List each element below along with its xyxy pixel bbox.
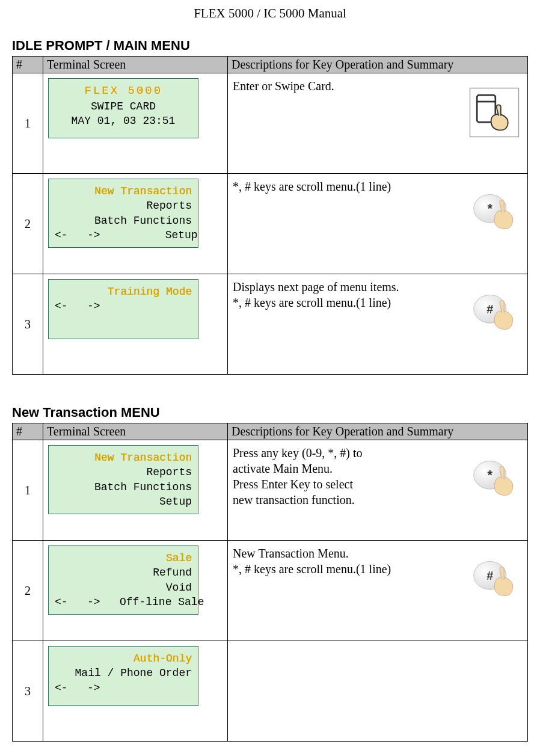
- screen-line: <- -> Off-line Sale: [55, 595, 192, 609]
- table-row: 1 New Transaction Reports Batch Function…: [13, 440, 528, 541]
- description-text: New Transaction Menu. *, # keys are scro…: [233, 545, 459, 577]
- screen-highlight: New Transaction: [55, 184, 192, 198]
- table-row: 2 New Transaction Reports Batch Function…: [13, 174, 528, 274]
- header-desc: Descriptions for Key Operation and Summa…: [228, 57, 528, 73]
- terminal-screen-cell: Auth-Only Mail / Phone Order <- ->: [43, 641, 228, 742]
- screen-line: Batch Functions: [55, 214, 192, 228]
- svg-text:*: *: [488, 467, 493, 482]
- terminal-screen: Auth-Only Mail / Phone Order <- ->: [48, 646, 198, 706]
- terminal-screen-cell: New Transaction Reports Batch Functions …: [43, 440, 228, 541]
- terminal-screen-cell: Sale Refund Void <- -> Off-line Sale: [43, 541, 228, 641]
- table-row: 2 Sale Refund Void <- -> Off-line Sale N…: [13, 541, 528, 641]
- screen-highlight: Auth-Only: [55, 651, 192, 666]
- description-cell: Enter or Swipe Card.: [228, 73, 528, 174]
- section-title-new-transaction: New Transaction MENU: [12, 405, 528, 420]
- hash-key-icon: #: [466, 285, 523, 342]
- swipe-card-icon: [466, 84, 523, 141]
- screen-highlight: New Transaction: [55, 450, 192, 465]
- terminal-screen: FLEX 5000 SWIPE CARD MAY 01, 03 23:51: [48, 78, 198, 138]
- document-title: FLEX 5000 / IC 5000 Manual: [12, 6, 528, 21]
- screen-line: Reports: [55, 198, 192, 213]
- screen-line: Void: [55, 580, 192, 595]
- description-cell: Displays next page of menu items. *, # k…: [228, 274, 528, 375]
- screen-line: Refund: [55, 565, 192, 580]
- row-number: 2: [13, 541, 43, 641]
- terminal-screen-cell: FLEX 5000 SWIPE CARD MAY 01, 03 23:51: [43, 73, 228, 174]
- star-key-icon: *: [466, 451, 523, 508]
- screen-highlight: Sale: [55, 551, 192, 565]
- star-key-icon: *: [466, 185, 523, 241]
- svg-text:*: *: [488, 201, 493, 216]
- header-screen: Terminal Screen: [43, 423, 228, 440]
- svg-text:#: #: [486, 303, 493, 316]
- screen-line: <- ->: [55, 681, 192, 695]
- description-cell: Press any key (0-9, *, #) to activate Ma…: [228, 440, 528, 541]
- screen-title: FLEX 5000: [55, 84, 192, 99]
- table-header-row: # Terminal Screen Descriptions for Key O…: [13, 57, 528, 73]
- header-num: #: [13, 57, 43, 73]
- description-cell: *, # keys are scroll menu.(1 line) *: [228, 174, 528, 274]
- table-row: 3 Training Mode <- -> Displays next page…: [13, 274, 528, 375]
- row-number: 3: [13, 274, 43, 375]
- description-text: Displays next page of menu items. *, # k…: [233, 279, 459, 310]
- header-num: #: [13, 423, 43, 440]
- terminal-screen-cell: New Transaction Reports Batch Functions …: [43, 174, 228, 274]
- screen-line: Setup: [55, 494, 192, 509]
- screen-highlight: Training Mode: [55, 284, 192, 299]
- row-number: 1: [13, 73, 43, 174]
- table-row: 1 FLEX 5000 SWIPE CARD MAY 01, 03 23:51 …: [13, 73, 528, 174]
- description-cell: New Transaction Menu. *, # keys are scro…: [228, 541, 528, 641]
- section-title-idle: IDLE PROMPT / MAIN MENU: [12, 38, 528, 54]
- hash-key-icon: #: [466, 552, 523, 608]
- screen-line: Mail / Phone Order: [55, 666, 192, 680]
- svg-text:#: #: [486, 569, 493, 582]
- description-text: Press any key (0-9, *, #) to activate Ma…: [233, 445, 459, 508]
- header-screen: Terminal Screen: [43, 57, 228, 73]
- description-text: Enter or Swipe Card.: [233, 78, 459, 94]
- table-header-row: # Terminal Screen Descriptions for Key O…: [13, 423, 528, 440]
- idle-prompt-table: # Terminal Screen Descriptions for Key O…: [12, 56, 528, 375]
- description-text: *, # keys are scroll menu.(1 line): [233, 179, 459, 194]
- row-number: 2: [13, 174, 43, 274]
- screen-line: <- -> Setup: [55, 228, 192, 242]
- new-transaction-table: # Terminal Screen Descriptions for Key O…: [12, 423, 528, 742]
- screen-line: SWIPE CARD: [55, 99, 192, 114]
- screen-line: <- ->: [55, 299, 192, 313]
- screen-line: MAY 01, 03 23:51: [55, 114, 192, 128]
- terminal-screen-cell: Training Mode <- ->: [43, 274, 228, 375]
- terminal-screen: New Transaction Reports Batch Functions …: [48, 445, 198, 514]
- description-cell: [228, 641, 528, 742]
- table-row: 3 Auth-Only Mail / Phone Order <- ->: [13, 641, 528, 742]
- screen-line: Batch Functions: [55, 480, 192, 494]
- terminal-screen: Training Mode <- ->: [48, 279, 198, 339]
- header-desc: Descriptions for Key Operation and Summa…: [228, 423, 528, 440]
- screen-line: Reports: [55, 465, 192, 479]
- terminal-screen: Sale Refund Void <- -> Off-line Sale: [48, 545, 198, 615]
- row-number: 1: [13, 440, 43, 541]
- terminal-screen: New Transaction Reports Batch Functions …: [48, 179, 198, 248]
- row-number: 3: [13, 641, 43, 742]
